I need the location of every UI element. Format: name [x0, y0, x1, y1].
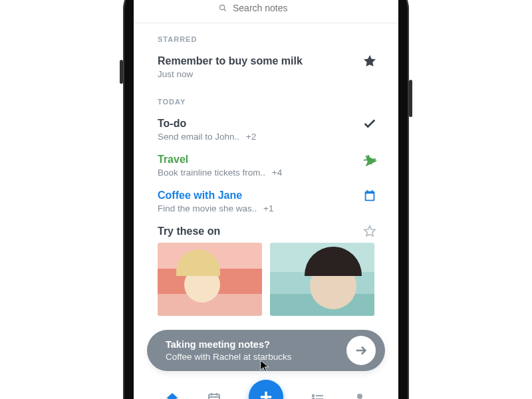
photo-thumbnail-1[interactable]	[158, 243, 262, 316]
note-todo[interactable]: To-do Send email to John.. +2	[158, 112, 374, 148]
tab-list[interactable]	[310, 391, 326, 399]
note-title: Coffee with Jane	[158, 190, 374, 201]
tab-calendar[interactable]	[206, 391, 222, 399]
mouse-cursor	[260, 360, 271, 373]
section-starred: Starred	[158, 35, 374, 43]
search-input[interactable]	[231, 2, 314, 14]
star-outline-icon[interactable]	[362, 224, 377, 239]
note-milk[interactable]: Remember to buy some milk Just now	[158, 50, 374, 86]
arrow-right-icon	[354, 343, 368, 358]
phone-frame: Starred Remember to buy some milk Just n…	[123, 0, 409, 399]
note-more-count: +4	[272, 168, 282, 178]
tab-profile[interactable]	[352, 391, 368, 399]
photo-thumbnail-2[interactable]	[270, 243, 374, 316]
section-today: Today	[158, 98, 374, 106]
app-screen: Starred Remember to buy some milk Just n…	[134, 0, 398, 399]
svg-rect-3	[366, 194, 374, 200]
note-title: Travel	[158, 154, 374, 166]
calendar-icon	[362, 188, 377, 203]
note-title: Try these on	[158, 225, 374, 237]
bottom-nav	[134, 379, 398, 399]
suggestion-subtitle: Coffee with Rachel at starbucks	[166, 352, 338, 362]
note-subtitle-text: Book trainline tickets from..	[158, 168, 265, 178]
star-icon[interactable]	[362, 54, 377, 68]
tab-home[interactable]	[164, 391, 180, 399]
note-subtitle: Just now	[158, 69, 374, 79]
svg-point-13	[312, 395, 314, 397]
note-coffee[interactable]: Coffee with Jane Find the movie she was.…	[158, 184, 374, 220]
note-subtitle-text: Send email to John..	[158, 132, 239, 142]
note-subtitle: Find the movie she was.. +1	[158, 203, 374, 213]
note-try-these[interactable]: Try these on	[158, 220, 374, 323]
note-subtitle: Book trainline tickets from.. +4	[158, 168, 374, 178]
note-subtitle: Send email to John.. +2	[158, 132, 374, 142]
note-title: To-do	[158, 118, 374, 130]
search-icon	[218, 3, 227, 13]
svg-point-19	[357, 394, 362, 399]
note-travel[interactable]: Travel Book trainline tickets from.. +4	[158, 148, 374, 184]
suggestion-go-button[interactable]	[346, 336, 376, 365]
note-subtitle-text: Find the movie she was..	[158, 203, 257, 213]
search-bar[interactable]	[134, 0, 398, 23]
suggestion-title: Taking meeting notes?	[166, 339, 338, 350]
note-more-count: +2	[246, 132, 256, 142]
fab-add[interactable]	[249, 380, 283, 399]
note-title: Remember to buy some milk	[158, 55, 374, 67]
svg-point-0	[220, 5, 225, 10]
check-icon	[362, 116, 377, 131]
svg-line-1	[224, 9, 226, 11]
plus-icon	[257, 388, 275, 399]
note-more-count: +1	[263, 203, 273, 213]
airplane-icon	[362, 152, 377, 167]
